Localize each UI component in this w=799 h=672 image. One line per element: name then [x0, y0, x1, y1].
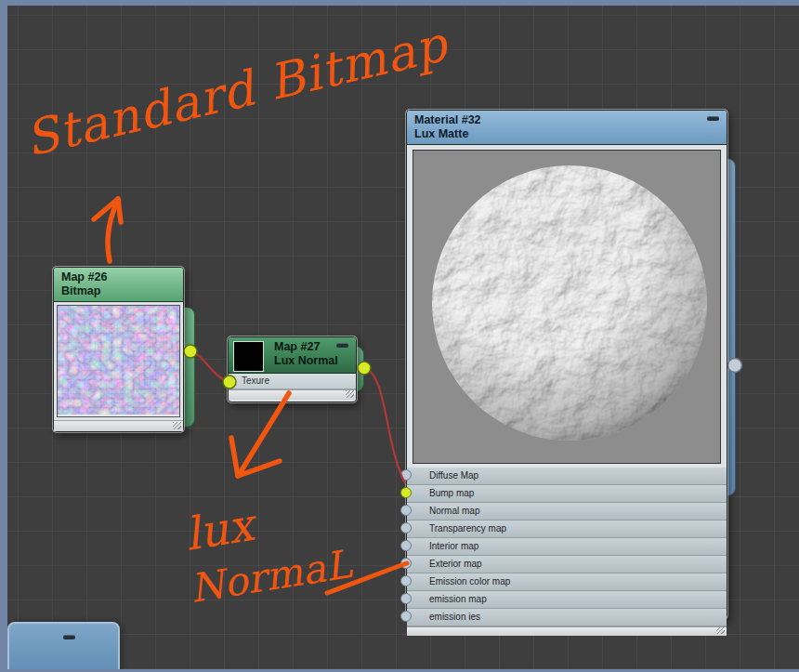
node-collapsed-mini[interactable]	[7, 622, 120, 672]
ink-label-lux: lux	[181, 497, 261, 560]
node-map27-luxnormal[interactable]: Map #27 Lux Normal Texure	[228, 336, 357, 402]
resize-handle-icon[interactable]	[716, 626, 725, 634]
slot-label: Exterior map	[429, 559, 482, 569]
map26-title: Map #26	[61, 270, 176, 284]
map27-subtitle: Lux Normal	[274, 354, 348, 368]
slot-label: emission ies	[429, 612, 480, 622]
map27-footer	[229, 389, 356, 400]
input-socket-icon[interactable]	[400, 469, 412, 481]
map26-footer	[54, 420, 183, 431]
material-sphere-preview[interactable]	[413, 150, 721, 464]
ink-label-standard-bitmap: Standard Bitmap	[20, 15, 454, 166]
slot-emission-color-map[interactable]: Emission color map	[407, 573, 727, 591]
slot-transparency-map[interactable]: Transparency map	[407, 520, 727, 538]
normal-map-texture	[58, 306, 179, 415]
wire-map26-to-map27[interactable]	[190, 351, 229, 382]
slot-label: Diffuse Map	[429, 470, 478, 481]
slot-interior-map[interactable]: Interior map	[407, 538, 727, 556]
input-socket-icon[interactable]	[400, 540, 412, 551]
input-socket-icon[interactable]	[400, 522, 412, 534]
slot-emission-ies[interactable]: emission ies	[407, 609, 727, 626]
slot-bump-map[interactable]: Bump map	[407, 485, 727, 503]
map27-header[interactable]: Map #27 Lux Normal	[229, 337, 356, 374]
input-socket-icon[interactable]	[400, 593, 412, 604]
frame-border-top	[0, 0, 799, 6]
collapse-icon[interactable]	[336, 343, 348, 348]
wire-map27-to-material-bump[interactable]	[364, 368, 405, 483]
collapse-icon[interactable]	[707, 116, 719, 121]
ink-arrow-up-icon	[94, 199, 121, 261]
map26-normalmap-preview[interactable]	[57, 305, 180, 417]
slot-label: Transparency map	[429, 523, 506, 534]
map26-header[interactable]: Map #26 Bitmap	[54, 268, 183, 302]
map26-subtitle: Bitmap	[61, 284, 176, 298]
node-map26-bitmap[interactable]: Map #26 Bitmap	[53, 267, 184, 432]
map27-thumbnail[interactable]	[233, 341, 264, 372]
ink-label-normal: NormaL	[187, 541, 355, 612]
rendered-sphere	[413, 151, 720, 461]
node-material32-luxmatte[interactable]: Material #32 Lux Matte	[406, 110, 727, 619]
material-header[interactable]: Material #32 Lux Matte	[407, 111, 727, 145]
material-footer	[407, 626, 727, 636]
slot-diffuse-map[interactable]: Diffuse Map	[407, 468, 727, 485]
input-socket-icon[interactable]	[400, 575, 412, 586]
collapse-icon[interactable]	[63, 635, 75, 639]
map27-slot-texure[interactable]: Texure	[229, 374, 356, 389]
material-slot-list: Diffuse Map Bump map Normal map Transpar…	[407, 468, 727, 626]
material-subtitle: Lux Matte	[414, 127, 719, 141]
input-socket-icon-connected[interactable]	[400, 487, 412, 498]
slot-label: Interior map	[429, 541, 478, 551]
slot-label: Normal map	[429, 506, 479, 516]
ink-underline-stroke	[327, 563, 407, 593]
resize-handle-icon[interactable]	[346, 390, 354, 398]
input-socket-icon[interactable]	[400, 558, 412, 569]
slot-label: Bump map	[429, 488, 474, 498]
slot-label: emission map	[429, 594, 487, 604]
resize-handle-icon[interactable]	[173, 422, 181, 429]
material-title: Material #32	[414, 113, 719, 127]
slot-emission-map[interactable]: emission map	[407, 591, 727, 609]
ink-arrow-diagonal-icon	[231, 393, 289, 476]
frame-border-left	[0, 0, 7, 672]
input-socket-icon[interactable]	[400, 611, 412, 622]
slot-label: Emission color map	[429, 576, 510, 586]
slot-exterior-map[interactable]: Exterior map	[407, 556, 727, 573]
slot-normal-map[interactable]: Normal map	[407, 503, 727, 520]
slate-material-editor-canvas[interactable]: Map #26 Bitmap Map #27 Lux N	[0, 0, 799, 672]
input-socket-icon[interactable]	[400, 505, 412, 516]
